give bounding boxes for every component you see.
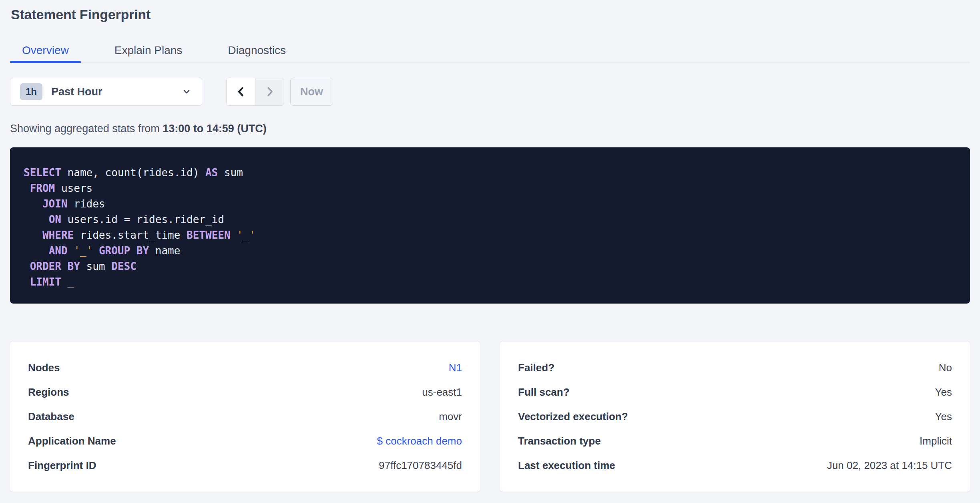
- sql-token: '_': [237, 229, 255, 241]
- chevron-down-icon: [181, 86, 192, 97]
- sql-token: rides: [68, 198, 105, 210]
- sql-token: name, count(rides.id): [61, 167, 205, 179]
- row-label: Last execution time: [518, 459, 615, 472]
- row-label: Failed?: [518, 362, 554, 374]
- aggregated-stats-summary: Showing aggregated stats from 13:00 to 1…: [10, 123, 970, 134]
- sql-token: AS: [205, 167, 218, 179]
- page-title: Statement Fingerprint: [11, 6, 970, 23]
- sql-token: [231, 229, 237, 241]
- row-value: Jun 02, 2023 at 14:15 UTC: [827, 459, 952, 472]
- sql-token: [24, 198, 42, 210]
- chevron-right-icon: [264, 85, 276, 99]
- execution-attributes-card: Failed?NoFull scan?YesVectorized executi…: [500, 342, 970, 492]
- sql-token: FROM: [30, 182, 55, 194]
- stats-time-range: 13:00 to 14:59 (UTC): [163, 123, 267, 135]
- sql-token: [24, 276, 30, 288]
- time-range-label: Past Hour: [51, 86, 181, 98]
- tab-overview[interactable]: Overview: [10, 38, 81, 62]
- row-value: No: [939, 362, 952, 374]
- table-row: Regionsus-east1: [28, 380, 462, 404]
- sql-token: LIMIT: [30, 276, 61, 288]
- row-value: us-east1: [422, 386, 462, 398]
- row-value: 97ffc170783445fd: [379, 459, 462, 472]
- table-row: Full scan?Yes: [518, 380, 952, 404]
- row-label: Database: [28, 410, 74, 423]
- time-range-dropdown[interactable]: 1h Past Hour: [10, 78, 202, 106]
- sql-token: [24, 213, 49, 225]
- sql-token: [24, 182, 30, 194]
- previous-time-button[interactable]: [227, 78, 255, 105]
- sql-token: '_': [74, 245, 92, 257]
- sql-statement-box: SELECT name, count(rides.id) AS sum FROM…: [10, 147, 970, 304]
- sql-token: [24, 260, 30, 272]
- table-row: Application Name$ cockroach demo: [28, 429, 462, 453]
- sql-token: JOIN: [42, 198, 68, 210]
- sql-token: [92, 245, 99, 257]
- table-row: Fingerprint ID97ffc170783445fd: [28, 453, 462, 478]
- row-value-link[interactable]: N1: [449, 362, 462, 374]
- row-label: Full scan?: [518, 386, 570, 398]
- sql-token: sum: [80, 260, 111, 272]
- sql-token: users.id = rides.rider_id: [61, 213, 224, 225]
- row-label: Nodes: [28, 362, 60, 374]
- sql-token: [68, 245, 74, 257]
- row-value: Implicit: [920, 435, 952, 447]
- row-label: Fingerprint ID: [28, 459, 96, 472]
- time-range-badge: 1h: [20, 83, 42, 100]
- statement-details-card: NodesN1Regionsus-east1DatabasemovrApplic…: [10, 342, 480, 492]
- sql-token: ORDER BY: [30, 260, 80, 272]
- row-value: Yes: [935, 386, 952, 398]
- sql-token: rides.start_time: [74, 229, 187, 241]
- statement-fingerprint-page: Statement Fingerprint OverviewExplain Pl…: [0, 6, 980, 492]
- row-value: Yes: [935, 410, 952, 423]
- row-label: Application Name: [28, 435, 116, 447]
- tab-diagnostics[interactable]: Diagnostics: [216, 38, 298, 62]
- details-cards: NodesN1Regionsus-east1DatabasemovrApplic…: [10, 342, 970, 492]
- sql-token: GROUP BY: [99, 245, 149, 257]
- row-value: movr: [439, 410, 462, 423]
- sql-token: [24, 229, 42, 241]
- row-value-link[interactable]: $ cockroach demo: [377, 435, 462, 447]
- sql-token: SELECT: [24, 167, 61, 179]
- next-time-button[interactable]: [255, 78, 284, 105]
- table-row: Failed?No: [518, 356, 952, 380]
- time-step-buttons: [226, 78, 284, 106]
- row-label: Regions: [28, 386, 69, 398]
- table-row: Vectorized execution?Yes: [518, 404, 952, 429]
- sql-token: DESC: [111, 260, 137, 272]
- table-row: Last execution timeJun 02, 2023 at 14:15…: [518, 453, 952, 478]
- sql-token: WHERE: [42, 229, 74, 241]
- table-row: Transaction typeImplicit: [518, 429, 952, 453]
- sql-token: ON: [49, 213, 61, 225]
- sql-token: _: [61, 276, 74, 288]
- chevron-left-icon: [235, 85, 247, 99]
- sql-token: AND: [49, 245, 68, 257]
- table-row: NodesN1: [28, 356, 462, 380]
- sql-token: users: [55, 182, 92, 194]
- time-controls: 1h Past Hour: [10, 78, 970, 106]
- now-button[interactable]: Now: [290, 78, 333, 106]
- row-label: Vectorized execution?: [518, 410, 628, 423]
- sql-token: [24, 245, 49, 257]
- tab-explain-plans[interactable]: Explain Plans: [102, 38, 195, 62]
- table-row: Databasemovr: [28, 404, 462, 429]
- row-label: Transaction type: [518, 435, 601, 447]
- stats-prefix: Showing aggregated stats from: [10, 123, 163, 135]
- sql-token: sum: [218, 167, 243, 179]
- tab-bar: OverviewExplain PlansDiagnostics: [10, 38, 970, 63]
- sql-token: name: [149, 245, 180, 257]
- sql-token: BETWEEN: [187, 229, 231, 241]
